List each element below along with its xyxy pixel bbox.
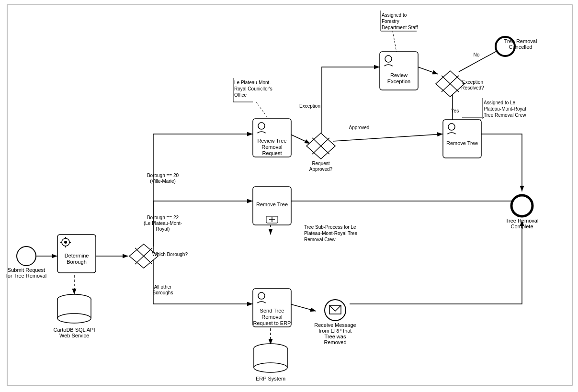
annotation-crew-text3: Tree Removal Crew — [484, 112, 526, 118]
exception-resolved-label: Exception — [462, 79, 483, 85]
remove-tree-plateau-label: Remove Tree — [256, 202, 288, 207]
erp-label: ERP System — [256, 376, 285, 381]
send-erp-label3: Request to ERP — [253, 320, 291, 326]
cartodb-label: CartoDB SQL API — [53, 327, 95, 333]
gear-icon-center — [64, 241, 67, 244]
flow-villemarie-end — [481, 134, 522, 191]
receive-label4: Removed — [324, 339, 346, 345]
end-label2: Complete — [510, 224, 533, 229]
annotation-councillor-text3: Office — [234, 92, 247, 98]
edge-borough20-label1: Borough == 20 — [147, 173, 179, 178]
request-approved-label: Request — [312, 161, 329, 166]
edge-borough22-label3: Royal) — [156, 226, 170, 232]
cancelled-label2: Cancelled — [509, 44, 533, 50]
edge-other-label2: Boroughs — [153, 290, 173, 295]
flow-erp-receive — [290, 304, 316, 311]
annotation-forestry-text2: Forestry — [382, 19, 399, 24]
flow-review-exc-gateway — [418, 67, 438, 74]
annotation-crew-text2: Plateau-Mont-Royal — [484, 106, 526, 112]
edge-borough22-label1: Borough == 22 — [147, 215, 179, 220]
edge-yes-label: Yes — [451, 108, 459, 113]
receive-label2: from ERP that — [319, 328, 352, 334]
review-exception-label2: Exception — [387, 78, 410, 84]
start-event-label2: for Tree Removal — [6, 273, 46, 279]
determine-borough-label: Determine — [65, 253, 89, 258]
annotation-subprocess-text2: Plateau-Mont-Royal Tree — [304, 231, 358, 236]
annotation-councillor-text2: Royal Counicllor's — [234, 86, 272, 91]
edge-borough20-label2: (Ville-Marie) — [150, 179, 176, 184]
send-erp-label2: Removal — [261, 314, 282, 320]
annotation-subprocess-text3: Removal Crew — [304, 237, 336, 242]
review-removal-label2: Removal — [261, 144, 282, 150]
edge-no-label: No — [474, 52, 480, 57]
edge-exception-label: Exception — [299, 103, 320, 109]
review-exception-label: Review — [390, 72, 408, 78]
edge-approved-label: Approved — [349, 125, 370, 130]
annotation-forestry-text1: Assigned to — [382, 12, 407, 18]
flow-approved-remove — [333, 134, 443, 141]
erp-bottom — [254, 363, 287, 372]
receive-label3: Tree was — [325, 334, 346, 339]
end-event — [511, 195, 533, 216]
flow-plateau-end — [290, 196, 522, 201]
edge-borough22-label2: (Le Plateau-Mont- — [144, 221, 182, 226]
remove-tree-ville-label: Remove Tree — [446, 140, 478, 146]
annotation-councillor-line — [256, 102, 267, 117]
review-removal-label: Review Tree — [257, 138, 286, 144]
annotation-councillor-text1: Le Plateau-Mont- — [234, 80, 271, 85]
bpmn-diagram: Submit Request for Tree Removal Determin… — [0, 0, 578, 392]
exception-resolved-label2: Resolved? — [461, 85, 484, 90]
flow-exception — [322, 67, 380, 133]
start-event — [17, 246, 36, 266]
determine-borough-label2: Borough — [67, 259, 87, 265]
edge-other-label1: All other — [154, 284, 172, 290]
review-removal-label3: Request — [262, 150, 282, 156]
annotation-subprocess-text1: Tree Sub-Process for Le — [304, 224, 356, 230]
cancelled-label: Tree Removal — [504, 38, 537, 44]
flow-review-approved — [290, 134, 310, 144]
request-approved-label2: Approved? — [309, 167, 333, 172]
end-label: Tree Removal — [506, 218, 539, 224]
receive-label: Receive Message — [314, 322, 356, 328]
cartodb-label2: Web Service — [59, 333, 89, 338]
flow-receive-end — [350, 220, 522, 304]
start-event-label: Submit Request — [8, 267, 45, 273]
annotation-forestry-text3: Department Staff — [382, 25, 418, 30]
receive-message-event — [325, 300, 346, 321]
send-erp-label: Send Tree — [260, 308, 284, 314]
annotation-crew-text1: Assigned to Le — [484, 100, 516, 105]
which-borough-label: Which Borough? — [152, 252, 188, 257]
annotation-crew-bracket — [462, 98, 483, 117]
cartodb-bottom — [57, 314, 91, 323]
